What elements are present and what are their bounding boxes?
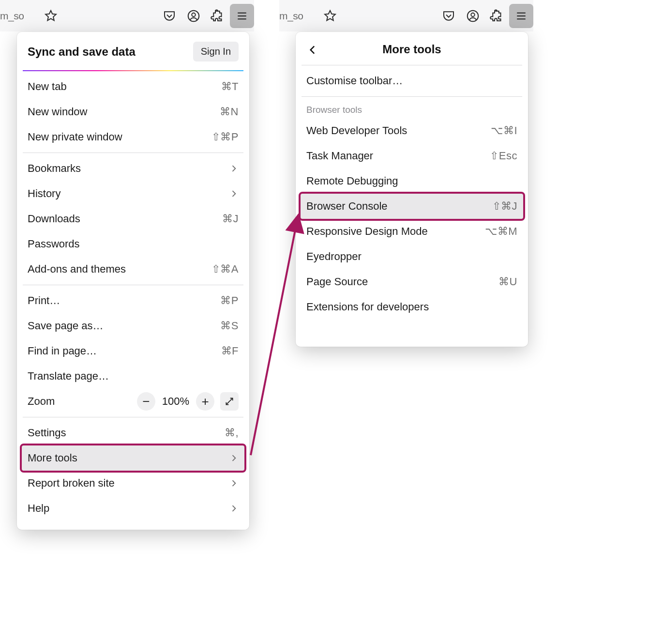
menu-item-label: Report broken site xyxy=(28,477,115,490)
menu-item-label: Settings xyxy=(28,427,66,439)
bookmark-star-icon[interactable] xyxy=(39,4,63,28)
separator xyxy=(302,65,522,65)
zoom-in-button[interactable]: + xyxy=(196,392,214,411)
chevron-right-icon xyxy=(229,189,239,199)
shortcut: ⌥⌘M xyxy=(485,225,517,238)
menu-item-customise-toolbar[interactable]: Customise toolbar… xyxy=(296,68,528,93)
back-button[interactable] xyxy=(306,44,319,56)
account-icon[interactable] xyxy=(461,4,485,28)
menu-item-label: History xyxy=(28,187,60,200)
menu-item-label: Downloads xyxy=(28,213,80,225)
hamburger-menu-icon[interactable] xyxy=(230,4,254,28)
bookmark-star-icon[interactable] xyxy=(318,4,342,28)
toolbar-left: m_so xyxy=(0,0,254,31)
menu-item-label: Eyedropper xyxy=(306,250,362,263)
shortcut: ⌥⌘I xyxy=(491,124,517,137)
shortcut: ⌘T xyxy=(221,80,239,93)
menu-item-responsive-design-mode[interactable]: Responsive Design Mode⌥⌘M xyxy=(296,219,528,244)
menu-item-new-tab[interactable]: New tab⌘T xyxy=(17,74,249,99)
menu-item-label: Add-ons and themes xyxy=(28,263,126,276)
zoom-label: Zoom xyxy=(28,395,55,408)
menu-item-task-manager[interactable]: Task Manager⇧Esc xyxy=(296,143,528,169)
menu-item-help[interactable]: Help xyxy=(17,496,249,521)
sync-title: Sync and save data xyxy=(28,45,136,59)
menu-item-label: New private window xyxy=(28,131,122,143)
section-label: Browser tools xyxy=(296,100,528,118)
menu-item-label: Passwords xyxy=(28,238,80,250)
menu-item-passwords[interactable]: Passwords xyxy=(17,231,249,257)
menu-item-add-ons-and-themes[interactable]: Add-ons and themes⇧⌘A xyxy=(17,257,249,282)
menu-item-label: Responsive Design Mode xyxy=(306,225,428,238)
signin-button[interactable]: Sign In xyxy=(193,42,239,61)
submenu-title: More tools xyxy=(382,43,441,56)
menu-item-label: Task Manager xyxy=(306,150,373,162)
shortcut: ⌘F xyxy=(221,345,239,357)
menu-item-downloads[interactable]: Downloads⌘J xyxy=(17,206,249,231)
extensions-icon[interactable] xyxy=(206,4,230,28)
extensions-icon[interactable] xyxy=(485,4,509,28)
menu-item-label: Help xyxy=(28,502,49,515)
toolbar-right: m_so xyxy=(279,0,533,31)
menu-item-label: New window xyxy=(28,106,88,118)
tab-stub: m_so xyxy=(0,10,36,22)
shortcut: ⇧⌘P xyxy=(211,131,239,143)
shortcut: ⌘N xyxy=(220,106,239,118)
separator xyxy=(23,285,243,285)
menu-item-web-developer-tools[interactable]: Web Developer Tools⌥⌘I xyxy=(296,118,528,143)
zoom-row: Zoom − 100% + xyxy=(17,389,249,414)
chevron-right-icon xyxy=(229,453,239,463)
pocket-icon[interactable] xyxy=(157,4,181,28)
menu-item-extensions-for-developers[interactable]: Extensions for developers xyxy=(296,294,528,320)
tab-stub: m_so xyxy=(279,10,315,22)
zoom-out-button[interactable]: − xyxy=(137,392,155,411)
menu-item-page-source[interactable]: Page Source⌘U xyxy=(296,269,528,294)
app-menu: Sync and save data Sign In New tab⌘TNew … xyxy=(17,32,249,530)
menu-item-settings[interactable]: Settings⌘, xyxy=(17,420,249,445)
menu-item-save-page-as[interactable]: Save page as…⌘S xyxy=(17,313,249,338)
separator xyxy=(302,96,522,97)
menu-item-label: More tools xyxy=(28,452,77,464)
menu-item-label: Remote Debugging xyxy=(306,175,398,187)
menu-item-remote-debugging[interactable]: Remote Debugging xyxy=(296,169,528,194)
svg-point-6 xyxy=(471,13,475,16)
account-icon[interactable] xyxy=(181,4,206,28)
more-tools-menu: More tools Customise toolbar… Browser to… xyxy=(296,32,528,347)
chevron-right-icon xyxy=(229,478,239,488)
hamburger-menu-icon[interactable] xyxy=(509,4,533,28)
menu-item-label: Find in page… xyxy=(28,345,97,357)
shortcut: ⌘J xyxy=(222,213,239,225)
menu-item-new-window[interactable]: New window⌘N xyxy=(17,99,249,124)
separator xyxy=(23,417,243,417)
menu-item-new-private-window[interactable]: New private window⇧⌘P xyxy=(17,124,249,150)
shortcut: ⌘U xyxy=(498,276,517,288)
pocket-icon[interactable] xyxy=(437,4,461,28)
chevron-right-icon xyxy=(229,164,239,173)
rainbow-divider xyxy=(23,70,243,71)
shortcut: ⇧⌘J xyxy=(492,200,518,213)
menu-item-label: Customise toolbar… xyxy=(306,75,403,87)
menu-item-browser-console[interactable]: Browser Console⇧⌘J xyxy=(301,194,523,219)
menu-item-history[interactable]: History xyxy=(17,181,249,206)
sync-row: Sync and save data Sign In xyxy=(17,37,249,70)
menu-item-report-broken-site[interactable]: Report broken site xyxy=(17,471,249,496)
menu-item-translate-page[interactable]: Translate page… xyxy=(17,364,249,389)
menu-item-find-in-page[interactable]: Find in page…⌘F xyxy=(17,338,249,364)
menu-item-label: Translate page… xyxy=(28,370,109,383)
menu-item-label: Extensions for developers xyxy=(306,301,429,313)
submenu-header: More tools xyxy=(296,37,528,65)
menu-item-label: Web Developer Tools xyxy=(306,124,407,137)
separator xyxy=(23,153,243,153)
menu-item-print[interactable]: Print…⌘P xyxy=(17,288,249,313)
menu-item-bookmarks[interactable]: Bookmarks xyxy=(17,156,249,181)
menu-item-more-tools[interactable]: More tools xyxy=(22,445,244,471)
fullscreen-button[interactable] xyxy=(220,392,239,411)
zoom-percent: 100% xyxy=(162,395,189,408)
menu-item-eyedropper[interactable]: Eyedropper xyxy=(296,244,528,269)
menu-item-label: Bookmarks xyxy=(28,162,81,175)
shortcut: ⌘S xyxy=(220,320,239,332)
menu-item-label: Page Source xyxy=(306,276,368,288)
shortcut: ⇧Esc xyxy=(490,150,517,162)
shortcut: ⌘P xyxy=(220,294,239,307)
menu-item-label: Save page as… xyxy=(28,320,104,332)
menu-item-label: New tab xyxy=(28,80,67,93)
